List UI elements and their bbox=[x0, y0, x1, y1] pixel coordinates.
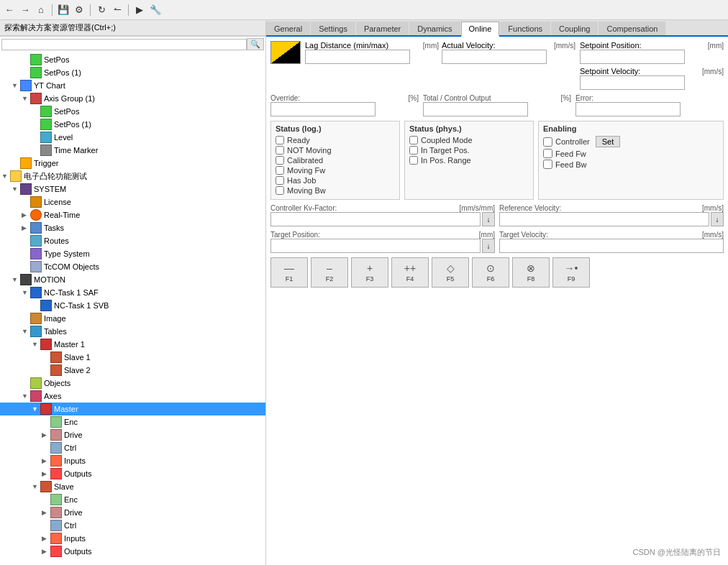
tab-dynamics[interactable]: Dynamics bbox=[409, 22, 460, 35]
ref-vel-down-btn[interactable]: ↓ bbox=[711, 212, 724, 226]
tree-item-tasks[interactable]: ▶Tasks bbox=[0, 221, 265, 234]
undo-icon[interactable]: ↻ bbox=[95, 4, 108, 17]
lag-distance-input[interactable] bbox=[305, 50, 410, 64]
tree-item-objects[interactable]: Objects bbox=[0, 377, 265, 390]
in-target-pos-checkbox[interactable] bbox=[409, 146, 418, 155]
tree-item-ctrl2[interactable]: Ctrl bbox=[0, 519, 265, 532]
tree-item-realtime[interactable]: ▶Real-Time bbox=[0, 208, 265, 221]
tree-item-ctrl[interactable]: Ctrl bbox=[0, 441, 265, 454]
tree-item-setpos2[interactable]: SetPos (1) bbox=[0, 66, 265, 79]
tree-item-slave1[interactable]: Slave 1 bbox=[0, 351, 265, 364]
tree-arrow bbox=[22, 263, 30, 270]
func-btn-f4[interactable]: ++F4 bbox=[391, 257, 429, 288]
kv-input[interactable]: 0 bbox=[270, 212, 481, 226]
tree-item-timemarker[interactable]: Time Marker bbox=[0, 144, 265, 157]
settings-icon[interactable]: ⚙ bbox=[73, 4, 86, 17]
tree-item-setpos4[interactable]: SetPos (1) bbox=[0, 118, 265, 131]
tab-online[interactable]: Online bbox=[461, 22, 500, 37]
target-vel-input[interactable]: 0 bbox=[499, 239, 724, 253]
target-pos-field: Target Position: [mm] 0 ↓ bbox=[270, 231, 495, 253]
back-icon[interactable]: ← bbox=[3, 4, 16, 17]
online-content: Lag Distance (min/max) [mm] Actual Veloc… bbox=[270, 41, 724, 288]
tree-item-ytchart[interactable]: ▼YT Chart bbox=[0, 79, 265, 92]
tree-item-tables[interactable]: ▼Tables bbox=[0, 325, 265, 338]
tree-item-enc[interactable]: Enc bbox=[0, 415, 265, 428]
tree-item-outputs[interactable]: ▶Outputs bbox=[0, 467, 265, 480]
tab-coupling[interactable]: Coupling bbox=[551, 22, 598, 35]
tab-functions[interactable]: Functions bbox=[500, 22, 550, 35]
ready-checkbox[interactable] bbox=[276, 136, 284, 144]
tree-item-axes[interactable]: ▼Axes bbox=[0, 390, 265, 403]
redo-icon[interactable]: ↼ bbox=[111, 4, 124, 17]
total-control-input[interactable] bbox=[423, 102, 528, 116]
tab-general[interactable]: General bbox=[266, 22, 310, 35]
tree-item-setpos1[interactable]: SetPos bbox=[0, 53, 265, 66]
func-btn-f1[interactable]: —F1 bbox=[270, 257, 308, 288]
tree-item-system[interactable]: ▼SYSTEM bbox=[0, 183, 265, 196]
func-btn-f9[interactable]: →•F9 bbox=[552, 257, 590, 288]
search-input[interactable] bbox=[1, 39, 247, 50]
in-pos-range-checkbox[interactable] bbox=[409, 156, 418, 165]
func-btn-f3[interactable]: +F3 bbox=[351, 257, 388, 288]
tree-item-slave2[interactable]: Slave 2 bbox=[0, 364, 265, 377]
tab-compensation[interactable]: Compensation bbox=[599, 22, 665, 35]
func-btn-f8[interactable]: ⊗F8 bbox=[512, 257, 550, 288]
forward-icon[interactable]: → bbox=[19, 4, 32, 17]
tree-item-motion[interactable]: ▼MOTION bbox=[0, 273, 265, 286]
func-label: F4 bbox=[406, 275, 414, 282]
ref-vel-input[interactable]: 0 bbox=[499, 212, 709, 226]
tab-parameter[interactable]: Parameter bbox=[356, 22, 409, 35]
controller-checkbox[interactable] bbox=[543, 137, 552, 147]
save-icon[interactable]: 💾 bbox=[57, 4, 70, 17]
wrench-icon[interactable]: 🔧 bbox=[149, 4, 162, 17]
has-job-checkbox[interactable] bbox=[276, 176, 284, 185]
actual-velocity-field: Actual Velocity: [mm/s] bbox=[442, 41, 575, 64]
not-moving-checkbox[interactable] bbox=[276, 146, 284, 155]
tree-item-inputs2[interactable]: ▶Inputs bbox=[0, 532, 265, 545]
tree-item-tccom[interactable]: TcCOM Objects bbox=[0, 260, 265, 273]
setpoint-velocity-input[interactable] bbox=[580, 75, 685, 90]
tree-item-drive2[interactable]: ▶Drive bbox=[0, 506, 265, 519]
kv-down-btn[interactable]: ↓ bbox=[482, 212, 495, 226]
feed-bw-checkbox[interactable] bbox=[543, 160, 552, 169]
tree-item-image[interactable]: Image bbox=[0, 312, 265, 325]
feed-fw-checkbox[interactable] bbox=[543, 149, 552, 158]
search-button[interactable]: 🔍 bbox=[247, 38, 264, 50]
tree-item-drive[interactable]: ▶Drive bbox=[0, 428, 265, 441]
actual-velocity-input[interactable] bbox=[442, 50, 547, 64]
target-pos-input[interactable]: 0 bbox=[270, 239, 481, 253]
setpoint-position-input[interactable] bbox=[580, 50, 685, 64]
tree-item-trigger[interactable]: Trigger bbox=[0, 157, 265, 170]
target-pos-down-btn[interactable]: ↓ bbox=[482, 239, 495, 253]
tree-item-routes[interactable]: Routes bbox=[0, 234, 265, 247]
tree-item-enc2[interactable]: Enc bbox=[0, 493, 265, 506]
tree-item-nctask1saf[interactable]: ▼NC-Task 1 SAF bbox=[0, 286, 265, 299]
error-input[interactable] bbox=[575, 102, 681, 116]
tree-item-masternode[interactable]: ▼Master bbox=[0, 403, 265, 415]
tree-item-axisgroup1[interactable]: ▼Axis Group (1) bbox=[0, 92, 265, 105]
set-button[interactable]: Set bbox=[596, 136, 621, 147]
moving-bw-checkbox[interactable] bbox=[276, 186, 284, 195]
calibrated-checkbox[interactable] bbox=[276, 156, 284, 165]
coupled-mode-checkbox[interactable] bbox=[409, 136, 418, 144]
func-label: F2 bbox=[326, 275, 334, 282]
tree-item-nctask1svb[interactable]: NC-Task 1 SVB bbox=[0, 299, 265, 312]
build-icon[interactable]: ▶ bbox=[133, 4, 146, 17]
tab-settings[interactable]: Settings bbox=[311, 22, 355, 35]
tree-item-level[interactable]: Level bbox=[0, 131, 265, 144]
tree-item-outputs2[interactable]: ▶Outputs bbox=[0, 545, 265, 558]
tree-item-license[interactable]: License bbox=[0, 196, 265, 208]
tree-item-typesys[interactable]: Type System bbox=[0, 247, 265, 260]
override-input[interactable] bbox=[270, 102, 376, 116]
tree-item-master1[interactable]: ▼Master 1 bbox=[0, 338, 265, 351]
func-btn-f6[interactable]: ⊙F6 bbox=[472, 257, 509, 288]
func-btn-f5[interactable]: ◇F5 bbox=[432, 257, 469, 288]
func-label: F3 bbox=[366, 275, 374, 282]
moving-fw-checkbox[interactable] bbox=[276, 166, 284, 175]
home-icon[interactable]: ⌂ bbox=[35, 4, 47, 17]
tree-item-inputs[interactable]: ▶Inputs bbox=[0, 454, 265, 467]
tree-item-diancam[interactable]: ▼电子凸轮功能测试 bbox=[0, 170, 265, 183]
func-btn-f2[interactable]: –F2 bbox=[311, 257, 348, 288]
tree-item-slavenode[interactable]: ▼Slave bbox=[0, 480, 265, 493]
tree-item-setpos3[interactable]: SetPos bbox=[0, 105, 265, 118]
